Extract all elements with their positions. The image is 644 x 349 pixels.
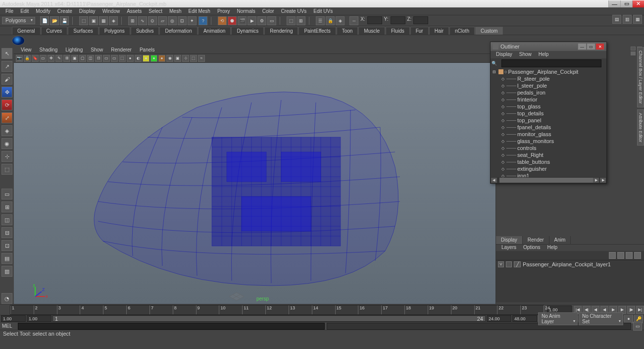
scroll-right-icon[interactable]: ▶ — [593, 178, 599, 183]
paint-select-tool[interactable]: 🖌 — [1, 74, 12, 85]
tab-render-layers[interactable]: Render — [523, 236, 549, 244]
layer-color-swatch[interactable]: ╱ — [514, 261, 521, 267]
last-tool[interactable]: ⬚ — [1, 164, 12, 175]
vp-hq-icon[interactable]: ● — [158, 55, 165, 62]
range-start-outer[interactable]: 1.00 — [1, 315, 26, 322]
tab-polygons[interactable]: Polygons — [99, 27, 130, 35]
move-tool[interactable]: ✥ — [1, 87, 12, 98]
outliner-hscroll[interactable]: ◀ ▶ ▶ — [491, 177, 606, 183]
vp-safe-title-icon[interactable]: ▭ — [111, 55, 118, 62]
minimize-button[interactable]: — — [608, 0, 620, 7]
menu-create-uvs[interactable]: Create UVs — [278, 8, 310, 14]
x-input[interactable] — [367, 16, 382, 24]
tab-deformation[interactable]: Deformation — [159, 27, 197, 35]
select-hierarchy-icon[interactable]: ⬚ — [79, 16, 88, 25]
menu-display[interactable]: Display — [76, 8, 99, 14]
shelf-sphere-icon[interactable] — [12, 36, 25, 46]
viewport-3d[interactable]: y x z persp — [14, 63, 495, 304]
tool-settings-icon[interactable]: ◔ — [1, 293, 12, 304]
layers-help-menu[interactable]: Help — [544, 245, 561, 251]
single-pane-layout[interactable]: ▭ — [1, 189, 12, 199]
vp-xray-joints-icon[interactable]: ⊹ — [182, 55, 189, 62]
layer-row[interactable]: V ╱ Passenger_Airplane_Cockpit_layer1 — [496, 260, 644, 268]
tab-anim-layers[interactable]: Anim — [549, 236, 571, 244]
vp-menu-panels[interactable]: Panels — [136, 47, 159, 53]
tree-item[interactable]: ◇controls — [491, 145, 606, 151]
vp-menu-shading[interactable]: Shading — [36, 47, 62, 53]
construction-history-icon[interactable]: ⬣ — [228, 16, 237, 25]
tree-item[interactable]: ◇glass_monitors — [491, 138, 606, 145]
select-component-icon[interactable]: ▦ — [99, 16, 108, 25]
outliner-minimize-button[interactable]: — — [578, 43, 587, 50]
script-layout[interactable]: ▥ — [1, 266, 12, 277]
vp-lights-icon[interactable]: ● — [143, 55, 149, 62]
range-end-outer[interactable]: 48.00 — [512, 315, 537, 322]
vp-menu-show[interactable]: Show — [87, 47, 107, 53]
snap-point-icon[interactable]: ⊙ — [148, 16, 157, 25]
tab-animation[interactable]: Animation — [198, 27, 231, 35]
tab-subdivs[interactable]: Subdivs — [131, 27, 159, 35]
tab-custom[interactable]: Custom — [475, 27, 503, 35]
tab-general[interactable]: General — [12, 27, 41, 35]
menu-edit[interactable]: Edit — [17, 8, 32, 14]
tree-item[interactable]: ◇R_steer_pole — [491, 75, 606, 82]
outliner-persp-layout[interactable]: ▤ — [1, 253, 12, 264]
menu-edit-mesh[interactable]: Edit Mesh — [185, 8, 213, 14]
tree-item[interactable]: ◇top_panel — [491, 117, 606, 124]
panel-pop-icon[interactable] — [631, 47, 636, 50]
menu-color[interactable]: Color — [259, 8, 278, 14]
menu-proxy[interactable]: Proxy — [214, 8, 234, 14]
menu-assets[interactable]: Assets — [123, 8, 145, 14]
soft-mod-tool[interactable]: ◉ — [1, 138, 12, 149]
render-globals-icon[interactable]: ⚙ — [257, 16, 266, 25]
range-track[interactable]: 1 24 — [52, 315, 486, 322]
four-pane-layout[interactable]: ⊞ — [1, 201, 12, 212]
tab-hair[interactable]: Hair — [429, 27, 449, 35]
layers-options-menu[interactable]: Options — [520, 245, 544, 251]
tree-item[interactable]: ◇fpanel_details — [491, 124, 606, 131]
select-mask-icon[interactable]: ◈ — [109, 16, 118, 25]
vp-grid-icon[interactable]: ⊞ — [63, 55, 70, 62]
tab-toon[interactable]: Toon — [337, 27, 358, 35]
vp-safe-action-icon[interactable]: ▭ — [103, 55, 110, 62]
tab-ncloth[interactable]: nCloth — [449, 27, 475, 35]
lock-icon[interactable]: 🔒 — [326, 16, 335, 25]
time-ruler[interactable]: 123456789101112131415161718192021222324 — [10, 305, 544, 315]
sidebar-toggle-2-icon[interactable]: ▥ — [623, 15, 632, 24]
select-tool[interactable]: ↖ — [1, 48, 12, 59]
vp-grease-icon[interactable]: ✎ — [55, 55, 62, 62]
tree-item[interactable]: ◇l_steer_pole — [491, 82, 606, 89]
anim-layer-dropdown[interactable]: No Anim Layer — [538, 312, 578, 325]
move-layer-down-icon[interactable] — [617, 252, 624, 259]
tree-item[interactable]: ◇table_buttons — [491, 158, 606, 165]
lasso-tool[interactable]: ↗ — [1, 61, 12, 72]
input-line-icon[interactable]: ⬚ — [287, 16, 296, 25]
vp-isolate-icon[interactable]: ◉ — [166, 55, 173, 62]
outliner-menu-display[interactable]: Display — [493, 51, 516, 58]
three-pane-layout[interactable]: ⊡ — [1, 240, 12, 251]
vp-image-plane-icon[interactable]: ▭ — [40, 55, 47, 62]
cmd-language-label[interactable]: MEL — [2, 323, 16, 329]
collapse-icon[interactable]: ⊟ — [493, 70, 497, 74]
y-input[interactable] — [391, 16, 405, 24]
two-pane-side-layout[interactable]: ◫ — [1, 214, 12, 225]
tab-rendering[interactable]: Rendering — [264, 27, 298, 35]
vp-select-camera-icon[interactable]: 📷 — [16, 55, 23, 62]
outliner-titlebar[interactable]: Outliner — ▭ ✕ — [491, 42, 606, 51]
outliner-search-input[interactable] — [501, 59, 601, 67]
tab-muscle[interactable]: Muscle — [358, 27, 385, 35]
vp-menu-renderer[interactable]: Renderer — [107, 47, 136, 53]
outliner-menu-help[interactable]: Help — [535, 51, 552, 58]
attribute-editor-tab[interactable]: Attribute Editor — [637, 109, 644, 146]
select-object-icon[interactable]: ▣ — [89, 16, 98, 25]
character-set-dropdown[interactable]: No Character Set — [579, 312, 623, 325]
layer-type-toggle[interactable] — [506, 261, 512, 267]
vp-gate-mask-icon[interactable]: ◫ — [87, 55, 94, 62]
vp-textured-icon[interactable]: ◐ — [135, 55, 142, 62]
render-icon[interactable]: 🎬 — [238, 16, 247, 25]
step-forward-key-button[interactable]: |▶ — [627, 306, 635, 314]
outliner-maximize-button[interactable]: ▭ — [587, 43, 595, 50]
vp-film-gate-icon[interactable]: ▣ — [71, 55, 78, 62]
channel-box-tab[interactable]: Channel Box / Layer Editor — [637, 47, 644, 107]
menu-create[interactable]: Create — [54, 8, 76, 14]
